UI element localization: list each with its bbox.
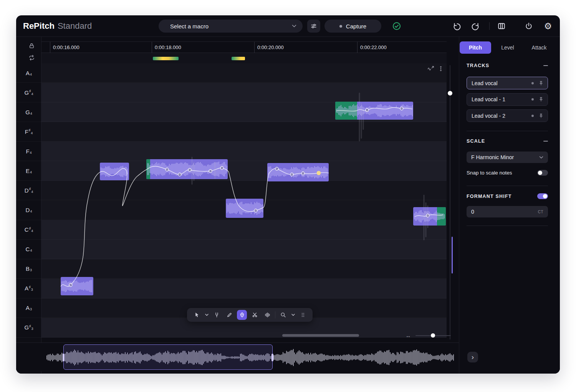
- scale-section-header: SCALE: [467, 138, 548, 144]
- undo-button[interactable]: [450, 15, 463, 37]
- pitch-node[interactable]: [275, 167, 278, 170]
- pitch-row: [41, 220, 447, 240]
- pitch-node[interactable]: [366, 109, 369, 112]
- pin-icon[interactable]: [538, 113, 544, 119]
- show-waveform-icon[interactable]: [427, 66, 434, 72]
- note-clip[interactable]: [61, 277, 93, 295]
- track-item[interactable]: Lead vocal - 1: [467, 93, 548, 106]
- track-monitor-dot[interactable]: [531, 98, 534, 100]
- note-clip[interactable]: [100, 163, 129, 180]
- tick-mark: [254, 42, 255, 53]
- track-label: Lead vocal: [472, 80, 527, 86]
- pitch-node[interactable]: [166, 168, 169, 171]
- pitch-row: [41, 63, 447, 83]
- pitch-roll[interactable]: [41, 63, 447, 338]
- horizontal-scrollbar[interactable]: [282, 334, 359, 337]
- pitch-node[interactable]: [69, 283, 72, 287]
- chevron-down-icon: [292, 25, 296, 28]
- settings-button[interactable]: ⚙: [541, 15, 554, 37]
- tick-mark: [50, 42, 50, 53]
- note-label: G♯3: [16, 318, 41, 338]
- note-clip[interactable]: [226, 199, 263, 218]
- pencil-tool[interactable]: [224, 310, 234, 320]
- formant-section-header: FORMANT SHIFT: [467, 193, 548, 199]
- tuning-fork-tool[interactable]: [212, 310, 222, 320]
- note-clip[interactable]: [413, 207, 446, 226]
- pitch-row: [41, 240, 447, 259]
- vibrato-tool[interactable]: [262, 310, 272, 320]
- zoom-slider-handle[interactable]: [431, 333, 435, 338]
- tick-mark: [357, 42, 358, 53]
- pitch-node[interactable]: [209, 170, 212, 173]
- snap-toggle[interactable]: [537, 170, 548, 176]
- formant-unit: CT: [538, 210, 543, 214]
- arrow-tool[interactable]: [192, 310, 202, 320]
- pitch-node[interactable]: [400, 107, 403, 110]
- pitch-node[interactable]: [188, 168, 191, 171]
- app-logo: RePitch Standard: [23, 15, 92, 37]
- palette-drag-handle[interactable]: [298, 310, 308, 320]
- right-panel: PitchLevelAttack TRACKS Lead vocalLead v…: [459, 37, 560, 374]
- formant-value-field[interactable]: 0 CT: [467, 206, 548, 217]
- note-label: A♯3: [16, 279, 41, 298]
- selected-pitch-node[interactable]: [317, 171, 321, 175]
- vertical-zoom-handle[interactable]: [448, 91, 452, 96]
- overview-selection[interactable]: [63, 344, 273, 370]
- pitch-node[interactable]: [301, 172, 305, 175]
- pin-icon[interactable]: [538, 81, 544, 86]
- timeline-tick-label: 0:00:16.000: [53, 42, 79, 53]
- selection-right-handle[interactable]: [271, 354, 273, 361]
- vertical-zoom-icon[interactable]: [438, 66, 444, 72]
- capture-button[interactable]: Capture: [324, 20, 381, 33]
- tracks-section-header: TRACKS: [467, 63, 548, 68]
- track-item[interactable]: Lead vocal - 2: [467, 109, 548, 122]
- pitch-node[interactable]: [254, 209, 257, 212]
- note-clip[interactable]: [146, 159, 228, 179]
- scissors-tool[interactable]: [250, 310, 260, 320]
- zoom-tool[interactable]: [278, 310, 288, 320]
- layout-panels-button[interactable]: [495, 15, 508, 37]
- vertical-scrollbar-track[interactable]: [450, 65, 450, 339]
- panel-expand-button[interactable]: ›: [467, 352, 478, 362]
- loop-button[interactable]: [28, 54, 35, 61]
- formant-toggle[interactable]: [537, 193, 548, 199]
- snap-label: Snap to scale notes: [467, 170, 512, 176]
- capture-label: Capture: [346, 23, 366, 30]
- note-label: F4: [16, 142, 41, 161]
- bypass-power-button[interactable]: [522, 15, 535, 37]
- redo-button[interactable]: [468, 15, 482, 37]
- pitch-node[interactable]: [426, 214, 429, 217]
- track-monitor-dot[interactable]: [531, 82, 534, 84]
- lock-button[interactable]: [28, 42, 35, 49]
- toolbar-divider: [489, 22, 490, 30]
- scale-title: SCALE: [467, 138, 485, 144]
- pin-icon[interactable]: [538, 97, 544, 102]
- pen-tool[interactable]: [237, 310, 247, 320]
- macro-select[interactable]: Select a macro: [159, 20, 303, 33]
- chevron-down-icon: [539, 156, 543, 159]
- timeline-ruler[interactable]: 0:00:16.0000:00:18.0000:00:20.0000:00:22…: [41, 41, 447, 53]
- collapse-tracks-icon[interactable]: [543, 65, 548, 66]
- capture-marker-strip: [41, 53, 447, 63]
- scale-dropdown[interactable]: F Harmonic Minor: [467, 152, 548, 163]
- collapse-scale-icon[interactable]: [543, 141, 548, 142]
- chevron-right-icon: ›: [472, 353, 474, 361]
- selection-left-handle[interactable]: [63, 354, 65, 361]
- arrow-tool-options[interactable]: [204, 310, 209, 320]
- track-monitor-dot[interactable]: [531, 115, 534, 117]
- note-clip[interactable]: [335, 102, 413, 120]
- pitch-node[interactable]: [290, 173, 293, 176]
- track-item[interactable]: Lead vocal: [467, 77, 548, 89]
- tracks-title: TRACKS: [467, 63, 489, 68]
- loop-icon: [28, 54, 35, 61]
- vertical-scrollbar-thumb[interactable]: [452, 237, 453, 273]
- track-label: Lead vocal - 2: [472, 113, 527, 119]
- note-label: F♯4: [16, 122, 41, 142]
- pitch-node[interactable]: [178, 173, 181, 176]
- macro-settings-button[interactable]: [307, 20, 320, 33]
- pitch-node[interactable]: [220, 166, 223, 170]
- pitch-row: [41, 181, 447, 200]
- pitch-row: [41, 279, 447, 298]
- scale-dropdown-value: F Harmonic Minor: [471, 154, 514, 160]
- zoom-tool-options[interactable]: [291, 310, 295, 320]
